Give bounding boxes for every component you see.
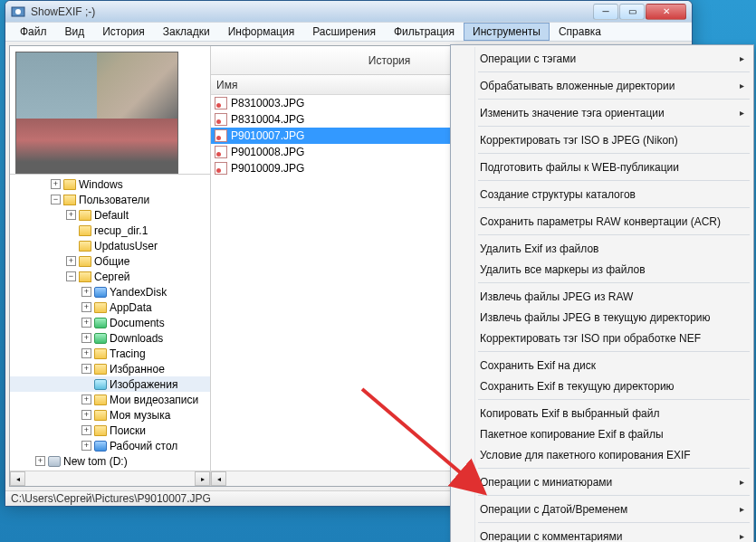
tree-node[interactable]: +Tracing	[10, 346, 210, 361]
expand-icon[interactable]: +	[81, 333, 91, 343]
tree-node[interactable]: −Сергей	[10, 269, 210, 284]
menu-separator	[478, 99, 750, 100]
menu-item[interactable]: Сохранить Exif в текущую директорию	[453, 376, 751, 396]
menu-item[interactable]: Сохранить параметры RAW конвертации (ACR…	[453, 211, 751, 232]
special-blue-icon	[94, 287, 107, 298]
menu-файл[interactable]: Файл	[11, 23, 56, 41]
menu-item[interactable]: Извлечь файлы JPEG из RAW	[453, 286, 751, 307]
folder-open-icon	[63, 195, 76, 205]
menu-item[interactable]: Извлечь файлы JPEG в текущую директорию	[453, 307, 751, 328]
jpeg-file-icon	[215, 97, 227, 109]
menu-item[interactable]: Пакетное копирование Exif в файлы	[453, 423, 751, 444]
tree-node[interactable]: +Windows	[10, 176, 210, 192]
folder-closed-icon	[79, 256, 91, 267]
expand-icon[interactable]: +	[66, 210, 76, 220]
expand-icon[interactable]: +	[35, 456, 45, 466]
folder-closed-icon	[94, 348, 107, 359]
tree-node[interactable]: +YandexDisk	[10, 284, 210, 300]
menu-инструменты[interactable]: Инструменты	[464, 23, 550, 41]
collapse-icon[interactable]: −	[66, 271, 76, 281]
menu-separator	[478, 468, 750, 469]
jpeg-file-icon	[215, 162, 227, 175]
window-controls: ─ ▭ ✕	[593, 4, 686, 20]
tree-node[interactable]: Изображения	[10, 376, 210, 392]
expand-icon[interactable]: +	[81, 441, 91, 451]
tree-node[interactable]: +Поиски	[10, 423, 210, 438]
expand-icon[interactable]: +	[81, 348, 91, 358]
tree-node[interactable]: +AppData	[10, 300, 210, 315]
tree-node[interactable]: recup_dir.1	[10, 223, 210, 238]
folder-closed-icon	[94, 364, 107, 375]
tree-node[interactable]: +Общие	[10, 253, 210, 269]
menu-история[interactable]: История	[93, 23, 154, 41]
menu-item[interactable]: Подготовить файлы к WEB-публикации	[453, 157, 751, 177]
expand-icon[interactable]: +	[81, 410, 91, 420]
tree-node[interactable]: +Downloads	[10, 330, 210, 346]
menu-вид[interactable]: Вид	[56, 23, 94, 41]
tree-node[interactable]: +Избранное	[10, 361, 210, 376]
menu-item[interactable]: Корректировать тэг ISO при обработке NEF	[453, 328, 751, 348]
menu-закладки[interactable]: Закладки	[154, 23, 219, 41]
scroll-track[interactable]	[25, 471, 195, 486]
folder-tree[interactable]: +Windows−Пользователи+Defaultrecup_dir.1…	[10, 175, 210, 471]
tree-node[interactable]: +New tom (D:)	[10, 453, 210, 469]
tree-node[interactable]: +Мои видеозаписи	[10, 392, 210, 407]
menu-item[interactable]: Обрабатывать вложенные директории	[453, 75, 751, 96]
tree-node[interactable]: −Пользователи	[10, 192, 210, 207]
scroll-left-icon[interactable]: ◂	[211, 471, 226, 486]
tree-node[interactable]: +Documents	[10, 315, 210, 330]
collapse-icon[interactable]: −	[51, 195, 61, 204]
file-name: P8310004.JPG	[231, 113, 304, 126]
menu-separator	[478, 282, 750, 283]
menu-item[interactable]: Удалить все маркеры из файлов	[453, 259, 751, 280]
expand-icon[interactable]: +	[81, 425, 91, 435]
menu-item[interactable]: Корректировать тэг ISO в JPEG (Nikon)	[453, 129, 751, 150]
expand-icon[interactable]: +	[51, 179, 61, 189]
tree-node[interactable]: UpdatusUser	[10, 238, 210, 253]
maximize-button[interactable]: ▭	[619, 4, 645, 20]
expand-icon[interactable]: +	[66, 256, 76, 266]
expand-icon[interactable]: +	[81, 364, 91, 374]
tree-label: Изображения	[110, 378, 177, 391]
menu-item[interactable]: Сохранить Exif на диск	[453, 355, 751, 376]
special-blue-icon	[94, 441, 107, 452]
menu-справка[interactable]: Справка	[550, 23, 610, 41]
menu-item[interactable]: Операции с тэгами	[453, 48, 751, 69]
tree-label: AppData	[110, 301, 152, 314]
scroll-right-icon[interactable]: ▸	[195, 471, 210, 486]
menu-информация[interactable]: Информация	[219, 23, 303, 41]
file-name: P8310003.JPG	[231, 97, 304, 109]
expand-icon[interactable]: +	[81, 302, 91, 312]
folder-closed-icon	[94, 425, 107, 436]
menu-item[interactable]: Операции с комментариями	[453, 526, 751, 542]
folder-closed-icon	[94, 410, 107, 421]
tree-node[interactable]: +Моя музыка	[10, 407, 210, 423]
close-button[interactable]: ✕	[646, 4, 686, 20]
tree-label: Default	[94, 209, 129, 222]
menu-separator	[478, 399, 750, 400]
minimize-button[interactable]: ─	[593, 4, 618, 20]
menu-item[interactable]: Операции с миниатюрами	[453, 471, 751, 492]
scroll-left-icon[interactable]: ◂	[10, 471, 25, 486]
preview-thumbnail[interactable]	[15, 52, 178, 174]
menu-separator	[478, 351, 750, 352]
menu-item[interactable]: Копировать Exif в выбранный файл	[453, 403, 751, 423]
tree-node[interactable]: +Default	[10, 207, 210, 223]
menu-item[interactable]: Операции с Датой/Временем	[453, 499, 751, 519]
instruments-menu: Операции с тэгамиОбрабатывать вложенные …	[450, 44, 754, 542]
menu-расширения[interactable]: Расширения	[303, 23, 385, 41]
title-bar[interactable]: ShowEXIF ;-) ─ ▭ ✕	[5, 1, 692, 22]
tree-label: recup_dir.1	[94, 224, 148, 237]
expand-icon[interactable]: +	[81, 287, 91, 297]
menu-фильтрация[interactable]: Фильтрация	[385, 23, 464, 41]
folder-closed-icon	[79, 241, 91, 252]
menu-item[interactable]: Условие для пакетного копирования EXIF	[453, 444, 751, 465]
tree-hscrollbar[interactable]: ◂ ▸	[10, 471, 210, 486]
expand-icon[interactable]: +	[81, 395, 91, 404]
tree-node[interactable]: +Рабочий стол	[10, 438, 210, 453]
menu-item[interactable]: Изменить значение тэга ориентации	[453, 102, 751, 123]
menu-item[interactable]: Создание структуры каталогов	[453, 184, 751, 204]
expand-icon[interactable]: +	[81, 318, 91, 328]
menu-item[interactable]: Удалить Exif из файлов	[453, 238, 751, 259]
tab-history[interactable]: История	[332, 49, 447, 72]
